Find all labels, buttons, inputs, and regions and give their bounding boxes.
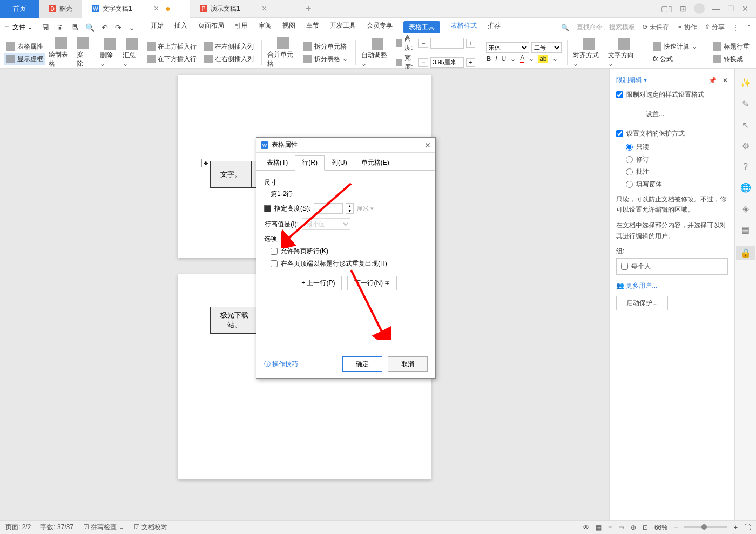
dialog-close-button[interactable]: ✕ [424,141,431,150]
merge-cells-icon[interactable] [277,37,289,49]
start-protection-button[interactable]: 启动保护... [616,296,668,310]
font-color-button[interactable]: A [520,54,524,63]
ok-button[interactable]: 确定 [342,356,382,372]
collab-button[interactable]: ⚭ 协作 [677,23,697,32]
fullscreen-icon[interactable]: ⛶ [744,524,751,531]
prev-row-button[interactable]: ± 上一行(P) [295,276,342,290]
word-count[interactable]: 字数: 37/37 [40,523,73,532]
mtab-reference[interactable]: 引用 [235,21,248,33]
search-icon[interactable]: 🔍 [561,24,569,31]
undo-icon[interactable]: ↶ [99,22,111,33]
delete-icon[interactable] [104,38,116,50]
width-minus[interactable]: − [418,58,428,67]
radio-form[interactable]: 填写窗体 [626,180,728,189]
specify-height-checkbox[interactable] [264,205,271,212]
unsaved-indicator[interactable]: ⟳ 未保存 [643,23,669,32]
close-icon[interactable]: × [154,4,159,13]
maximize-button[interactable]: ☐ [727,4,734,13]
close-panel-icon[interactable]: ✕ [723,77,728,84]
table-properties-button[interactable]: 表格属性 [4,41,45,52]
toolbox-icon[interactable]: ✨ [740,78,751,88]
repeat-header-checkbox[interactable]: 在各页顶端以标题行形式重复出现(H) [271,259,428,268]
formula-button[interactable]: fx 公式 [651,53,699,65]
ruler-icon[interactable]: ⊡ [643,524,648,531]
protect-checkbox[interactable]: 设置文档的保护方式 [616,129,728,138]
font-family-select[interactable]: 宋体 [486,42,529,53]
mtab-insert[interactable]: 插入 [174,21,187,33]
align-icon[interactable] [583,38,595,50]
doccheck-toggle[interactable]: ☑ 文档校对 [134,523,167,532]
width-input[interactable] [430,57,464,68]
height-spinner[interactable]: ▲▼ [346,203,354,214]
group-everyone-checkbox[interactable]: 每个人 [616,258,728,275]
font-size-select[interactable]: 二号 [531,42,562,53]
mtab-table-style[interactable]: 表格样式 [451,21,477,33]
header-row-button[interactable]: 标题行重 [711,41,752,52]
print-preview-icon[interactable]: 🔍 [83,22,97,33]
height-value-input[interactable] [314,203,343,214]
spellcheck-toggle[interactable]: ☑ 拼写检查 ⌄ [83,523,124,532]
zoom-slider[interactable] [684,526,727,528]
close-icon[interactable]: × [262,4,267,13]
menu-icon[interactable]: ≡ [4,23,9,32]
apps-icon[interactable]: ⊞ [680,4,686,13]
table-move-handle[interactable]: ✥ [201,159,210,167]
redo-icon[interactable]: ↷ [112,22,124,33]
draw-table-label[interactable]: 绘制表格 [49,50,73,69]
edit-icon[interactable]: ✎ [742,99,749,109]
allow-break-checkbox[interactable]: 允许跨页断行(K) [271,247,428,256]
insert-col-right-button[interactable]: 在右侧插入列 [202,53,256,65]
view-print-icon[interactable]: ▦ [596,524,602,531]
layout-icon[interactable]: ▢▯ [661,4,672,13]
table-cell[interactable]: 文字。 [211,161,252,188]
save-as-icon[interactable]: 🗎 [53,22,66,33]
lock-icon[interactable]: 🔒 [736,246,755,260]
zoom-out-button[interactable]: − [674,524,678,531]
mtab-section[interactable]: 章节 [306,21,319,33]
dialog-titlebar[interactable]: W 表格属性 ✕ [256,138,435,153]
auto-adjust-icon[interactable] [372,38,383,50]
nav-icon[interactable]: ▤ [741,225,750,235]
height-input[interactable] [430,38,464,49]
tab-doc1[interactable]: W 文字文稿1 ● × [82,0,190,18]
bold-button[interactable]: B [486,55,491,63]
eraser-icon[interactable] [77,37,89,49]
mtab-view[interactable]: 视图 [282,21,295,33]
share-button[interactable]: ⇪ 分享 [705,23,725,32]
more-menu-icon[interactable]: ⋮ [732,24,739,31]
tab-doc2[interactable]: P 演示文稿1 × [190,0,298,18]
pin-icon[interactable]: 📌 [708,77,717,84]
highlight-button[interactable]: ab [538,55,548,63]
select-icon[interactable]: ↖ [742,120,749,130]
insert-col-left-button[interactable]: 在左侧插入列 [202,41,256,52]
new-tab-button[interactable]: + [298,3,319,15]
fast-calc-button[interactable]: 快速计算 ⌄ [651,41,699,52]
cancel-button[interactable]: 取消 [388,356,428,372]
italic-button[interactable]: I [495,55,497,63]
text-dir-icon[interactable] [618,38,630,50]
radio-comment[interactable]: 批注 [626,167,728,177]
eye-icon[interactable]: 👁 [583,524,589,531]
mtab-dev[interactable]: 开发工具 [330,21,356,33]
table-cell[interactable]: 极光下载站。 [211,307,259,334]
eraser-label[interactable]: 擦除 [77,50,89,69]
mtab-table-tools[interactable]: 表格工具 [403,21,440,33]
tab-doclogo[interactable]: D稻壳 [39,0,82,18]
merge-cells-label[interactable]: 合并单元格 [267,50,298,69]
dtab-table[interactable]: 表格(T) [260,155,295,171]
summary-icon[interactable] [126,38,138,50]
height-minus[interactable]: − [418,39,428,48]
tab-home[interactable]: 首页 [0,0,39,18]
radio-readonly[interactable]: 只读 [626,143,728,152]
collapse-ribbon-icon[interactable]: ⌃ [746,24,752,31]
avatar-icon[interactable] [694,3,705,14]
translate-icon[interactable]: 🌐 [740,182,751,193]
tips-link[interactable]: ⓘ 操作技巧 [264,360,298,369]
draw-table-icon[interactable] [55,37,67,49]
settings-button[interactable]: 设置... [636,107,674,121]
dtab-cell[interactable]: 单元格(E) [354,155,396,171]
view-read-icon[interactable]: ⊕ [631,524,636,531]
mtab-recommend[interactable]: 推荐 [488,21,501,33]
more-icon[interactable]: ⌄ [126,22,138,33]
auto-adjust-label[interactable]: 自动调整 ⌄ [361,51,393,67]
